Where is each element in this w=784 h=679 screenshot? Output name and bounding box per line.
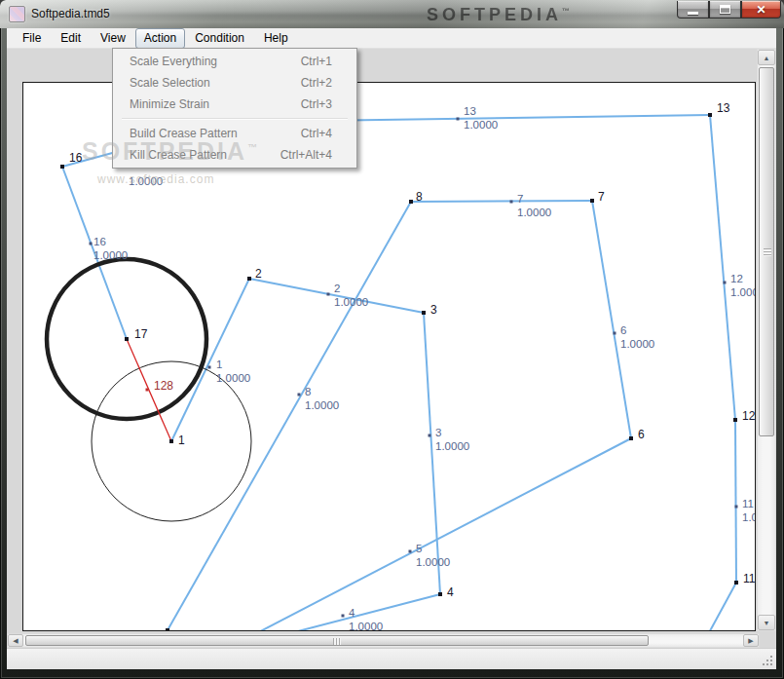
edge-tick-6 — [614, 332, 616, 335]
edge-line-11[interactable] — [735, 420, 736, 583]
menu-action[interactable]: Action — [135, 28, 185, 49]
edge-number-label: 6 — [620, 324, 626, 336]
edge-line-13[interactable] — [706, 583, 736, 630]
edge-tick-16 — [90, 243, 93, 245]
menu-item-kill-crease-pattern[interactable]: Kill Crease PatternCtrl+Alt+4 — [114, 144, 355, 166]
edge-line-7[interactable] — [411, 201, 592, 202]
vertex-13[interactable] — [708, 113, 712, 117]
scroll-up-button[interactable]: ▲ — [758, 50, 775, 65]
vertex-label-7: 7 — [598, 190, 605, 204]
edge-tick-12 — [724, 282, 727, 284]
edge-line-5[interactable] — [247, 438, 631, 630]
resize-grip[interactable] — [760, 653, 773, 666]
desktop-background-brand: SOFTPEDIA™ — [427, 5, 574, 25]
edge-number-label: 11 — [742, 498, 754, 509]
menu-item-scale-everything[interactable]: Scale EverythingCtrl+1 — [114, 51, 355, 72]
action-menu-dropdown: Scale EverythingCtrl+1Scale SelectionCtr… — [112, 48, 357, 169]
edge-tick-1 — [208, 366, 211, 369]
menu-view[interactable]: View — [91, 28, 135, 49]
vertex-8[interactable] — [409, 200, 413, 204]
vertex-6[interactable] — [629, 436, 633, 440]
horizontal-scrollbar[interactable]: ◀ ▶ — [7, 633, 760, 648]
menu-separator — [122, 118, 348, 120]
scroll-left-button[interactable]: ◀ — [8, 634, 23, 647]
edge-number-label: 13 — [464, 105, 476, 117]
app-window: SOFTPEDIA™ Softpedia.tmd5 ✕ FileEditView… — [0, 0, 784, 679]
close-button[interactable]: ✕ — [741, 1, 781, 19]
edge-number-label: 7 — [517, 193, 523, 205]
vertex-17[interactable] — [125, 337, 129, 341]
scroll-right-icon: ▶ — [748, 637, 753, 645]
scroll-left-icon: ◀ — [13, 637, 18, 645]
vertex-label-13: 13 — [717, 101, 730, 115]
close-icon: ✕ — [756, 4, 765, 16]
edge-tick-13 — [457, 118, 460, 121]
vertex-label-4: 4 — [447, 585, 454, 599]
horizontal-scrollbar-thumb[interactable] — [25, 635, 649, 646]
window-title: Softpedia.tmd5 — [31, 7, 110, 20]
menu-condition[interactable]: Condition — [185, 28, 254, 49]
red-edge-tick — [146, 389, 149, 392]
edge-line-6[interactable] — [592, 201, 631, 438]
edge-value-label: 1.0000 — [730, 286, 755, 298]
edge-tick-3 — [429, 434, 431, 437]
app-icon — [9, 6, 25, 22]
menu-item-shortcut: Ctrl+4 — [301, 127, 332, 140]
maximize-button[interactable] — [709, 1, 741, 19]
red-edge-label: 128 — [154, 379, 173, 393]
menu-item-build-crease-pattern[interactable]: Build Crease PatternCtrl+4 — [114, 123, 355, 144]
edge-line-8[interactable] — [168, 202, 411, 630]
vertical-scrollbar-thumb[interactable] — [759, 67, 774, 436]
edge-value-label: 1.0000 — [305, 399, 339, 411]
menu-item-shortcut: Ctrl+2 — [301, 76, 332, 90]
edge-value-label: 1.0000 — [416, 556, 450, 568]
vertex-7[interactable] — [590, 199, 594, 203]
minimize-button[interactable] — [677, 1, 709, 19]
maximize-icon — [720, 5, 730, 14]
edge-value-label: 1.0000 — [517, 207, 551, 218]
menu-item-label: Scale Everything — [130, 55, 217, 68]
menu-item-shortcut: Ctrl+3 — [301, 97, 332, 111]
vertex-label-3: 3 — [430, 303, 437, 317]
menu-bar: FileEditViewActionConditionHelp — [7, 28, 776, 49]
vertex-11[interactable] — [734, 581, 738, 585]
edge-value-label: 1.0000 — [216, 372, 250, 384]
scroll-right-button[interactable]: ▶ — [743, 634, 759, 647]
vertex-label-6: 6 — [638, 428, 645, 441]
edge-tick-4 — [342, 615, 345, 618]
menu-edit[interactable]: Edit — [51, 28, 91, 49]
menu-item-label: Build Crease Pattern — [130, 127, 238, 140]
menu-help[interactable]: Help — [254, 28, 298, 49]
edge-value-label: 1.0000 — [435, 440, 469, 452]
vertex-label-12: 12 — [742, 409, 755, 423]
status-bar — [7, 648, 776, 669]
edge-line-12[interactable] — [710, 115, 735, 420]
menu-item-minimize-strain[interactable]: Minimize StrainCtrl+3 — [114, 94, 355, 115]
vertex-4[interactable] — [438, 592, 442, 596]
menu-item-shortcut: Ctrl+1 — [301, 55, 332, 68]
menu-item-scale-selection[interactable]: Scale SelectionCtrl+2 — [114, 72, 355, 94]
edge-number-label: 8 — [305, 386, 311, 397]
thumb-grip — [333, 638, 341, 645]
vertical-scrollbar[interactable]: ▲ ▼ — [757, 49, 776, 631]
menu-file[interactable]: File — [13, 28, 51, 49]
vertex-3[interactable] — [422, 311, 426, 315]
vertex-1[interactable] — [169, 439, 173, 443]
edge-number-label: 16 — [93, 236, 106, 247]
scroll-up-icon: ▲ — [764, 55, 770, 61]
vertex-16[interactable] — [60, 165, 64, 169]
vertex-label-11: 11 — [743, 572, 755, 585]
vertex-12[interactable] — [733, 418, 737, 422]
edge-tick-2 — [327, 293, 330, 296]
title-bar[interactable]: SOFTPEDIA™ Softpedia.tmd5 ✕ — [0, 0, 784, 28]
edge-number-label: 3 — [435, 427, 441, 438]
vertex-label-17: 17 — [134, 327, 148, 341]
edge-line-3[interactable] — [424, 313, 440, 594]
vertex-2[interactable] — [247, 277, 251, 281]
edge-endpoint-dot — [166, 628, 169, 630]
edge-number-label: 12 — [730, 273, 743, 284]
edge-number-label: 5 — [416, 543, 422, 554]
edge-line-1[interactable] — [171, 279, 249, 441]
scroll-down-button[interactable]: ▼ — [758, 615, 775, 630]
edge-value-label: 1.0000 — [742, 511, 755, 523]
